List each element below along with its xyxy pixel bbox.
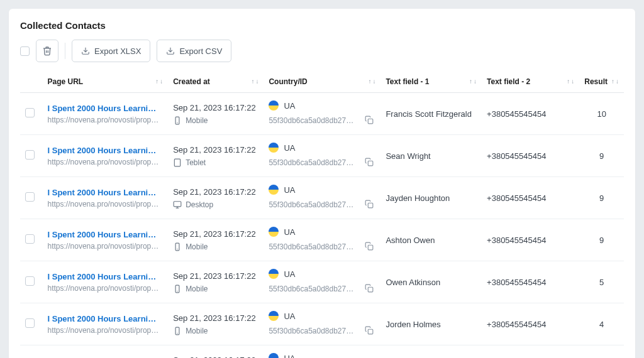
mobile-icon	[173, 285, 182, 293]
text-field-1: Brian Holloway	[380, 345, 482, 359]
text-field-1: Jorden Holmes	[380, 303, 482, 345]
copy-id-button[interactable]	[363, 283, 375, 295]
contacts-card: Collected Contacts Export XLSX Export CS…	[9, 9, 635, 358]
export-csv-button[interactable]: Export CSV	[157, 40, 231, 62]
record-id: 55f30db6ca5a0d8db278ff195…	[269, 327, 357, 335]
country-code: UA	[284, 269, 295, 279]
export-xlsx-label: Export XLSX	[94, 46, 141, 56]
copy-id-button[interactable]	[363, 325, 375, 337]
device-text: Mobile	[186, 116, 208, 125]
svg-rect-20	[369, 329, 374, 334]
created-at-text: Sep 21, 2023 16:17:22	[173, 187, 258, 197]
table-row: I Spent 2000 Hours Learning How To…https…	[20, 93, 624, 135]
flag-ua-icon	[269, 311, 279, 321]
page-url-text: https://novena.pro/novosti/propal-rezhim…	[48, 158, 161, 166]
page-title-link[interactable]: I Spent 2000 Hours Learning How To…	[48, 272, 161, 281]
sort-icon: ↑↓	[611, 79, 619, 85]
record-id: 55f30db6ca5a0d8db278ff195…	[269, 200, 357, 209]
page-url-text: https://novena.pro/novosti/propal-rezhim…	[48, 284, 161, 293]
copy-id-button[interactable]	[363, 241, 375, 253]
table-row: I Spent 2000 Hours Learning How To…https…	[20, 219, 624, 261]
sort-icon: ↑↓	[251, 79, 258, 85]
device-text: Teblet	[186, 158, 206, 167]
svg-rect-7	[369, 161, 374, 166]
mobile-icon	[173, 242, 182, 251]
row-checkbox[interactable]	[25, 276, 35, 286]
created-at-text: Sep 21, 2023 16:17:22	[173, 313, 258, 323]
export-xlsx-button[interactable]: Export XLSX	[72, 40, 150, 62]
svg-rect-14	[369, 245, 374, 250]
svg-rect-4	[369, 119, 374, 124]
copy-id-button[interactable]	[363, 114, 375, 127]
mobile-icon	[173, 116, 182, 125]
col-created-at[interactable]: Created at↑↓	[168, 71, 264, 93]
text-field-1: Sean Wright	[380, 135, 482, 177]
page-title-link[interactable]: I Spent 2000 Hours Learning How To…	[48, 188, 161, 197]
copy-icon	[365, 116, 374, 126]
copy-icon	[365, 284, 374, 295]
tablet-icon	[173, 158, 182, 167]
svg-rect-8	[174, 201, 181, 206]
col-result[interactable]: Result↑↓	[579, 71, 624, 93]
page-title-link[interactable]: I Spent 2000 Hours Learning How To…	[48, 314, 161, 323]
row-checkbox[interactable]	[25, 192, 35, 202]
col-text-field-1[interactable]: Text field - 1↑↓	[380, 71, 482, 93]
flag-ua-icon	[269, 185, 279, 195]
page-title: Collected Contacts	[20, 20, 624, 31]
text-field-2: +380545545454	[482, 261, 579, 303]
page-title-link[interactable]: I Spent 2000 Hours Learning How To…	[48, 104, 161, 113]
country-code: UA	[284, 185, 295, 195]
copy-id-button[interactable]	[363, 198, 375, 211]
result-value: 10	[579, 93, 624, 135]
text-field-2: +380545545454	[482, 177, 579, 219]
country-code: UA	[284, 227, 295, 237]
svg-rect-11	[369, 203, 374, 208]
flag-ua-icon	[269, 353, 279, 358]
created-at-text: Sep 21, 2023 16:17:22	[173, 271, 258, 281]
row-checkbox[interactable]	[25, 234, 35, 244]
toolbar: Export XLSX Export CSV	[20, 40, 624, 62]
result-value: 4	[579, 303, 624, 345]
page-url-text: https://novena.pro/novosti/propal-rezhim…	[48, 242, 161, 251]
result-value: 9	[579, 177, 624, 219]
col-page-url[interactable]: Page URL↑↓	[43, 71, 169, 93]
flag-ua-icon	[269, 143, 279, 153]
table-row: I Spent 2000 Hours Learning How To…https…	[20, 303, 624, 345]
page-title-link[interactable]: I Spent 2000 Hours Learning How To…	[48, 230, 161, 239]
select-all-checkbox[interactable]	[20, 46, 30, 56]
record-id: 55f30db6ca5a0d8db278ff195…	[269, 285, 357, 293]
download-icon	[166, 46, 175, 55]
svg-rect-5	[174, 159, 180, 166]
table-row: I Spent 2000 Hours Learning How To…https…	[20, 261, 624, 303]
result-value: 2	[579, 345, 624, 359]
device-text: Mobile	[186, 327, 208, 335]
copy-id-button[interactable]	[363, 156, 375, 169]
text-field-2: +380545545454	[482, 93, 579, 135]
col-country-id[interactable]: Country/ID↑↓	[264, 71, 380, 93]
toolbar-separator	[65, 43, 65, 59]
svg-rect-17	[369, 287, 374, 292]
desktop-icon	[173, 200, 182, 209]
device-text: Mobile	[186, 242, 208, 251]
text-field-2: +380545545454	[482, 135, 579, 177]
row-checkbox[interactable]	[25, 108, 35, 117]
table-row: I Spent 2000 Hours Learning How To…https…	[20, 345, 624, 359]
row-checkbox[interactable]	[25, 318, 35, 328]
row-checkbox[interactable]	[25, 150, 35, 160]
table-row: I Spent 2000 Hours Learning How To…https…	[20, 177, 624, 219]
page-title-link[interactable]: I Spent 2000 Hours Learning How To…	[48, 146, 161, 155]
delete-button[interactable]	[36, 40, 58, 62]
sort-icon: ↑↓	[368, 79, 375, 85]
text-field-2: +380545545454	[482, 219, 579, 261]
page-title-link[interactable]: I Spent 2000 Hours Learning How To…	[48, 356, 161, 359]
record-id: 55f30db6ca5a0d8db278ff195…	[269, 158, 357, 167]
created-at-text: Sep 21, 2023 16:17:22	[173, 145, 258, 155]
flag-ua-icon	[269, 100, 279, 111]
copy-icon	[365, 200, 374, 210]
flag-ua-icon	[269, 227, 279, 237]
record-id: 55f30db6ca5a0d8db278ff195…	[269, 116, 357, 125]
page-url-text: https://novena.pro/novosti/propal-rezhim…	[48, 200, 161, 209]
svg-rect-15	[175, 285, 179, 293]
col-text-field-2[interactable]: Text field - 2↑↓	[482, 71, 579, 93]
copy-icon	[365, 326, 374, 337]
